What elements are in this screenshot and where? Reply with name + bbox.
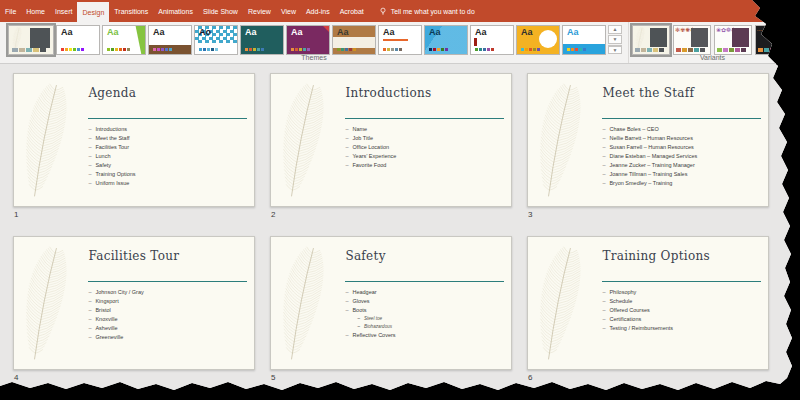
slide-thumbnail-2[interactable]: Introductions NameJob TitleOffice Locati… <box>270 73 512 219</box>
slide-bullet: Schedule <box>602 297 763 306</box>
slide-card[interactable]: Introductions NameJob TitleOffice Locati… <box>270 73 512 207</box>
slide-bullet: Uniform Issue <box>88 179 249 188</box>
title-divider-line <box>345 281 503 282</box>
theme-accent-circle <box>539 30 557 48</box>
slide-bullet: Nellie Barrett – Human Resources <box>602 134 763 143</box>
theme-thumbnail-theme-blue-band-banded[interactable]: Aa <box>562 25 606 55</box>
slide-bullet: Joanne Tillman – Training Sales <box>602 170 763 179</box>
ribbon-tab-home[interactable]: Home <box>21 0 50 22</box>
theme-sample-text: Aa <box>383 28 395 37</box>
slide-card[interactable]: Meet the Staff Chase Boles – CEONellie B… <box>527 73 769 207</box>
theme-thumbnail-theme-purple-ion-boardroom[interactable]: Aa <box>286 25 330 55</box>
slide-body-text: HeadgearGlovesBootsSteel toeBiohazardous… <box>345 288 506 340</box>
themes-more-icon[interactable]: ▼ <box>608 45 622 54</box>
slide-bullet: Diane Esteban – Managed Services <box>602 152 763 161</box>
ribbon-tab-insert[interactable]: Insert <box>50 0 78 22</box>
slide-sub-bullet: Biohazardous <box>357 323 506 331</box>
theme-thumbnail-theme-wood-organic[interactable]: Aa <box>332 25 376 55</box>
slide-body-text: PhilosophyScheduleOffered CoursesCertifi… <box>602 288 763 333</box>
variant-thumbnail-variant-floral-green-purple[interactable]: ❀✿❁❃❀✿❁❃❀✿❁❃ <box>714 25 752 55</box>
slide-thumbnail-3[interactable]: Meet the Staff Chase Boles – CEONellie B… <box>527 73 769 219</box>
theme-thumbnail-theme-white-red-flag-dividend[interactable]: Aa <box>470 25 514 55</box>
theme-thumbnail-theme-blue-diagonal-slice[interactable]: Aa <box>424 25 468 55</box>
slide-bullet: Asheville <box>88 324 249 333</box>
slide-card[interactable]: Training Options PhilosophyScheduleOffer… <box>527 236 769 370</box>
feather-decoration <box>538 240 591 367</box>
slide-bullet: Favorite Food <box>345 161 506 170</box>
variant-color-swatches <box>676 48 705 52</box>
slide-card[interactable]: Safety HeadgearGlovesBootsSteel toeBioha… <box>270 236 512 370</box>
slide-title: Safety <box>345 249 385 263</box>
variant-thumbnail-variant-feather-cream[interactable] <box>632 25 670 55</box>
theme-thumbnail-theme-blue-checker-integral[interactable]: Ao <box>194 25 238 55</box>
tell-me-box[interactable]: Tell me what you want to do <box>379 0 475 22</box>
slide-number-label: 5 <box>270 373 512 382</box>
slide-number-label: 2 <box>270 210 512 219</box>
theme-sample-text: Aa <box>61 28 73 37</box>
slide-number-label: 1 <box>13 210 255 219</box>
feather-decoration <box>24 77 77 204</box>
theme-accent-corner <box>323 26 329 32</box>
ribbon-tab-design[interactable]: Design <box>77 2 109 22</box>
theme-thumbnail-theme-teal-ion[interactable]: Aa <box>240 25 284 55</box>
theme-sample-text: Aa <box>291 28 303 37</box>
themes-gallery-scrollbar: ▲ ▼ ▼ <box>608 25 622 54</box>
slide-body-text: Johnson City / GrayKingsportBristolKnoxv… <box>88 288 249 342</box>
slide-title: Meet the Staff <box>602 86 694 100</box>
slide-bullet: Safety <box>88 161 249 170</box>
ribbon-tab-review[interactable]: Review <box>243 0 276 22</box>
feather-decoration <box>538 77 591 204</box>
feather-decoration <box>24 240 77 367</box>
ribbon-tab-transitions[interactable]: Transitions <box>109 0 153 22</box>
variants-gallery: ✻✾✺✽✻✾✺✽✻✾✺✽❀✿❁❃❀✿❁❃❀✿❁❃∙∙∙∙∙∙∙∙∙∙∙∙∙∙∙∙… <box>632 25 793 55</box>
slide-card[interactable]: Agenda IntroductionsMeet the StaffFacili… <box>13 73 255 207</box>
slide-title: Agenda <box>88 86 136 100</box>
ribbon-tab-animations[interactable]: Animations <box>153 0 198 22</box>
slide-bullet: Office Location <box>345 143 506 152</box>
variant-motif-dots: ∙∙∙∙∙∙∙∙∙∙∙∙∙∙∙∙∙∙∙∙∙∙∙∙ <box>757 27 775 47</box>
slide-thumbnail-6[interactable]: Training Options PhilosophyScheduleOffer… <box>527 236 769 382</box>
ribbon-tab-file[interactable]: File <box>0 0 21 22</box>
theme-thumbnail-theme-orange-circle[interactable]: Aa <box>516 25 560 55</box>
ribbon-tab-view[interactable]: View <box>276 0 301 22</box>
ribbon-tab-add-ins[interactable]: Add-ins <box>301 0 335 22</box>
slide-number-label: 4 <box>13 373 255 382</box>
feather-decoration <box>281 240 334 367</box>
theme-accent-underline <box>383 39 408 41</box>
variant-dark-panel <box>732 28 749 47</box>
theme-thumbnail-theme-white-orange-retrospect[interactable]: Aa <box>378 25 422 55</box>
slide-thumbnail-1[interactable]: Agenda IntroductionsMeet the StaffFacili… <box>13 73 255 219</box>
slide-card[interactable]: Facilities Tour Johnson City / GrayKings… <box>13 236 255 370</box>
slide-sorter-area: Agenda IntroductionsMeet the StaffFacili… <box>0 65 800 400</box>
theme-accent-band <box>333 37 375 48</box>
ribbon-tabs: FileHomeInsertDesignTransitionsAnimation… <box>0 0 369 22</box>
ribbon-tab-acrobat[interactable]: Acrobat <box>335 0 369 22</box>
theme-color-dots <box>291 48 310 51</box>
variant-thumbnail-variant-dark-dots[interactable]: ∙∙∙∙∙∙∙∙∙∙∙∙∙∙∙∙∙∙∙∙∙∙∙∙ <box>755 25 793 55</box>
theme-sample-text: Aa <box>107 28 119 37</box>
slide-bullet: Jeanne Zucker – Training Manager <box>602 161 763 170</box>
slide-bullet: Bristol <box>88 306 249 315</box>
variant-color-swatches <box>717 48 746 52</box>
variant-thumbnail-variant-ornate-pattern[interactable]: ✻✾✺✽✻✾✺✽✻✾✺✽ <box>673 25 711 55</box>
slide-body-text: IntroductionsMeet the StaffFacilities To… <box>88 125 249 188</box>
slide-thumbnail-4[interactable]: Facilities Tour Johnson City / GrayKings… <box>13 236 255 382</box>
themes-scroll-up-icon[interactable]: ▲ <box>608 25 622 34</box>
theme-thumbnail-theme-white-shelf-wisp[interactable]: Aa <box>148 25 192 55</box>
themes-scroll-down-icon[interactable]: ▼ <box>608 35 622 44</box>
theme-sample-text: Aa <box>153 28 165 37</box>
feather-decoration <box>281 77 334 204</box>
slide-bullet: Susan Farrell – Human Resources <box>602 143 763 152</box>
ribbon-tab-slide-show[interactable]: Slide Show <box>198 0 243 22</box>
theme-color-dots <box>107 48 130 51</box>
theme-thumbnail-current-feathers[interactable] <box>8 25 54 55</box>
slide-title: Facilities Tour <box>88 249 179 263</box>
slide-bullet: Knoxville <box>88 315 249 324</box>
variant-color-swatches <box>635 48 664 52</box>
slide-thumbnail-5[interactable]: Safety HeadgearGlovesBootsSteel toeBioha… <box>270 236 512 382</box>
slide-bullet: Name <box>345 125 506 134</box>
tell-me-lightbulb-icon <box>379 7 387 15</box>
theme-thumbnail-theme-green-facet[interactable]: Aa <box>102 25 146 55</box>
theme-thumbnail-theme-white-office[interactable]: Aa <box>56 25 100 55</box>
themes-gallery: AaAaAaAoAaAaAaAaAaAaAaAa <box>8 25 606 55</box>
